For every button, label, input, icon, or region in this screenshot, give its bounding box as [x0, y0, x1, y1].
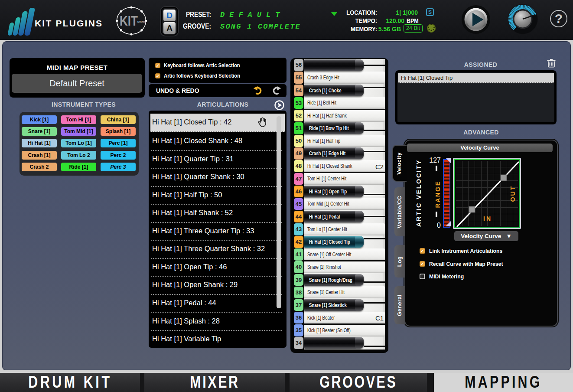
svg-text:DRUMS: DRUMS [137, 20, 146, 23]
svg-text:KIT: KIT [120, 13, 138, 29]
